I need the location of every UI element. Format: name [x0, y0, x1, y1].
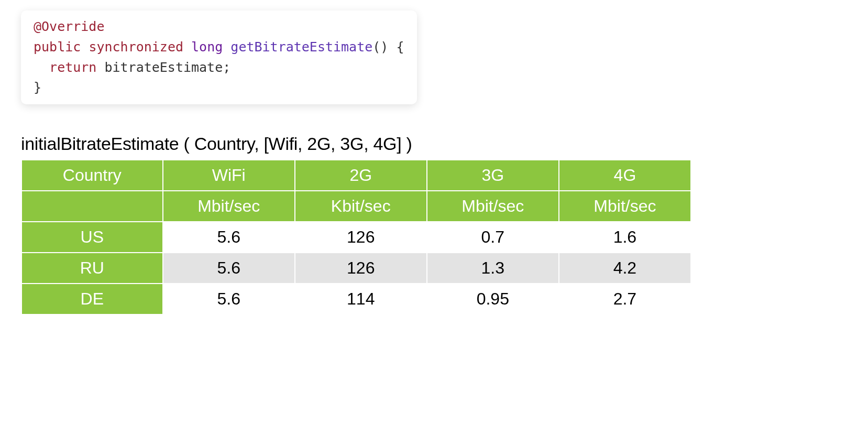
code-method-name: getBitrateEstimate — [230, 39, 372, 55]
cell-wifi: 5.6 — [163, 284, 294, 314]
cell-2g: 126 — [295, 222, 426, 252]
code-line-1: @Override — [34, 17, 404, 37]
code-line-2: public synchronized long getBitrateEstim… — [34, 37, 404, 58]
table-row: RU 5.6 126 1.3 4.2 — [22, 253, 690, 283]
col-header-country: Country — [22, 160, 162, 190]
code-keyword-public: public — [34, 39, 81, 55]
unit-2g: Kbit/sec — [295, 191, 426, 221]
col-header-2g: 2G — [295, 160, 426, 190]
unit-blank — [22, 191, 162, 221]
cell-3g: 1.3 — [427, 253, 558, 283]
code-snippet: @Override public synchronized long getBi… — [21, 10, 417, 104]
code-annotation: @Override — [34, 19, 104, 34]
cell-4g: 4.2 — [559, 253, 690, 283]
row-country: US — [22, 222, 162, 252]
cell-4g: 2.7 — [559, 284, 690, 314]
code-parens: () { — [372, 39, 404, 55]
cell-2g: 126 — [295, 253, 426, 283]
code-line-4: } — [34, 78, 404, 98]
row-country: DE — [22, 284, 162, 314]
table-row: US 5.6 126 0.7 1.6 — [22, 222, 690, 252]
col-header-3g: 3G — [427, 160, 558, 190]
col-header-4g: 4G — [559, 160, 690, 190]
table-unit-row: Mbit/sec Kbit/sec Mbit/sec Mbit/sec — [22, 191, 690, 221]
cell-3g: 0.7 — [427, 222, 558, 252]
code-return-value: bitrateEstimate; — [96, 60, 230, 75]
unit-3g: Mbit/sec — [427, 191, 558, 221]
cell-wifi: 5.6 — [163, 222, 294, 252]
code-keyword-synchronized: synchronized — [89, 39, 183, 55]
code-keyword-long: long — [191, 39, 223, 55]
table-header-row: Country WiFi 2G 3G 4G — [22, 160, 690, 190]
table-title: initialBitrateEstimate ( Country, [Wifi,… — [21, 134, 847, 154]
cell-wifi: 5.6 — [163, 253, 294, 283]
unit-wifi: Mbit/sec — [163, 191, 294, 221]
code-close-brace: } — [34, 80, 41, 95]
unit-4g: Mbit/sec — [559, 191, 690, 221]
row-country: RU — [22, 253, 162, 283]
bitrate-table: Country WiFi 2G 3G 4G Mbit/sec Kbit/sec … — [21, 159, 691, 315]
cell-3g: 0.95 — [427, 284, 558, 314]
cell-2g: 114 — [295, 284, 426, 314]
table-row: DE 5.6 114 0.95 2.7 — [22, 284, 690, 314]
code-keyword-return: return — [49, 60, 96, 75]
code-line-3: return bitrateEstimate; — [34, 58, 404, 78]
col-header-wifi: WiFi — [163, 160, 294, 190]
cell-4g: 1.6 — [559, 222, 690, 252]
